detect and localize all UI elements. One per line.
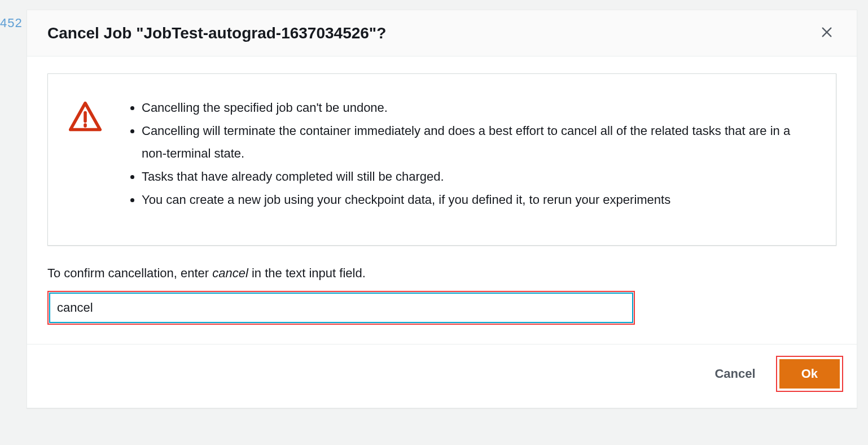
warning-item: Tasks that have already completed will s… — [142, 165, 811, 189]
confirm-keyword: cancel — [212, 266, 248, 280]
modal-body: Cancelling the specified job can't be un… — [27, 56, 857, 344]
warning-panel: Cancelling the specified job can't be un… — [47, 73, 836, 246]
cancel-job-modal: Cancel Job "JobTest-autograd-1637034526"… — [27, 10, 857, 408]
modal-header: Cancel Job "JobTest-autograd-1637034526"… — [27, 10, 857, 56]
ok-button-highlight: Ok — [776, 356, 843, 392]
confirm-input[interactable] — [50, 293, 633, 322]
warning-item: Cancelling will terminate the container … — [142, 120, 811, 165]
modal-footer: Cancel Ok — [27, 344, 857, 408]
warning-triangle-icon — [68, 126, 102, 136]
ok-button[interactable]: Ok — [779, 359, 840, 389]
warning-item: You can create a new job using your chec… — [142, 189, 811, 212]
close-button[interactable] — [817, 23, 836, 43]
warning-list: Cancelling the specified job can't be un… — [128, 97, 811, 211]
background-text-fragment: 452 — [0, 16, 23, 30]
confirm-instruction-suffix: in the text input field. — [248, 266, 366, 280]
modal-title: Cancel Job "JobTest-autograd-1637034526"… — [47, 24, 386, 42]
warning-item: Cancelling the specified job can't be un… — [142, 97, 811, 120]
confirm-input-highlight — [47, 291, 635, 325]
confirm-instruction-prefix: To confirm cancellation, enter — [47, 266, 212, 280]
cancel-button[interactable]: Cancel — [710, 361, 760, 387]
close-icon — [821, 26, 833, 40]
confirm-instruction: To confirm cancellation, enter cancel in… — [47, 266, 836, 281]
